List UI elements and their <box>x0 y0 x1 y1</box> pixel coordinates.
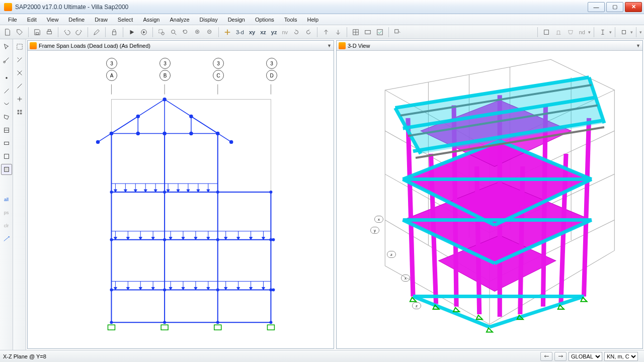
svg-point-24 <box>6 77 8 79</box>
zoom-out-icon[interactable] <box>204 27 215 38</box>
svg-point-123 <box>216 238 219 241</box>
save-icon[interactable] <box>32 27 43 38</box>
ps-tool-icon[interactable]: ps <box>1 207 12 218</box>
svg-rect-39 <box>20 113 22 115</box>
coord-system-select[interactable]: GLOBAL <box>569 352 602 361</box>
draw-cable-icon[interactable] <box>1 99 12 110</box>
prev-view-button[interactable]: 🡐 <box>540 352 552 361</box>
all-label-icon[interactable]: all <box>1 194 12 205</box>
animation-icon[interactable] <box>138 27 149 38</box>
left-pane-header[interactable]: Frame Span Loads (Dead Load) (As Defined… <box>28 41 334 51</box>
zoom-extents-icon[interactable] <box>168 27 179 38</box>
left-pane-body[interactable]: 3 3 3 3 A B C D <box>28 51 334 348</box>
svg-line-35 <box>17 84 22 88</box>
tag-icon[interactable] <box>14 27 25 38</box>
options-dropdown-icon[interactable] <box>392 27 403 38</box>
draw-section-icon[interactable] <box>1 151 12 162</box>
svg-point-128 <box>216 288 219 291</box>
zoom-previous-icon[interactable] <box>180 27 191 38</box>
perspective-icon[interactable] <box>565 27 576 38</box>
svg-rect-38 <box>17 113 19 115</box>
svg-rect-19 <box>377 29 383 35</box>
menu-tools[interactable]: Tools <box>279 15 302 24</box>
rotate-ccw-icon[interactable] <box>291 27 302 38</box>
menu-assign[interactable]: Assign <box>138 15 165 24</box>
zoom-in-icon[interactable] <box>192 27 203 38</box>
svg-point-119 <box>216 191 219 194</box>
clr-tool-icon[interactable]: clr <box>1 220 12 231</box>
elevation-icon[interactable] <box>553 27 564 38</box>
run-icon[interactable] <box>126 27 137 38</box>
rectangle-view-icon[interactable] <box>541 27 552 38</box>
select-line-icon[interactable] <box>14 54 25 65</box>
redo-icon[interactable] <box>73 27 85 38</box>
section-up-icon[interactable] <box>320 27 332 38</box>
check-model-icon[interactable] <box>374 27 385 38</box>
svg-rect-2 <box>48 29 50 31</box>
minimize-button[interactable]: — <box>588 2 605 12</box>
svg-line-137 <box>477 166 479 314</box>
pointer-icon[interactable] <box>1 41 12 52</box>
print-icon[interactable] <box>44 27 55 38</box>
model-3d-diagram <box>337 51 642 348</box>
ibeam-tool-icon[interactable] <box>597 27 608 38</box>
draw-quick-icon[interactable] <box>1 164 12 175</box>
menu-options[interactable]: Options <box>250 15 279 24</box>
view-3d-button[interactable]: 3-d <box>234 29 246 35</box>
select-grid-icon[interactable] <box>14 107 25 118</box>
svg-point-121 <box>110 238 113 241</box>
menu-analyze[interactable]: Analyze <box>165 15 194 24</box>
select-window-icon[interactable] <box>14 41 25 52</box>
menu-edit[interactable]: Edit <box>22 15 42 24</box>
close-button[interactable]: ✕ <box>625 2 642 12</box>
undo-icon[interactable] <box>61 27 72 38</box>
chevron-down-icon[interactable]: ▼ <box>327 43 332 48</box>
menu-define[interactable]: Define <box>63 15 90 24</box>
zoom-window-icon[interactable] <box>156 27 167 38</box>
show-grid-icon[interactable] <box>350 27 361 38</box>
select-intersect-icon[interactable] <box>14 94 25 105</box>
chevron-down-icon[interactable]: ▼ <box>636 43 640 48</box>
view-yz-button[interactable]: yz <box>269 29 279 35</box>
menu-help[interactable]: Help <box>302 15 324 24</box>
svg-rect-32 <box>17 44 22 50</box>
draw-frame-icon[interactable] <box>1 85 12 97</box>
view-xy-button[interactable]: xy <box>247 29 257 35</box>
menu-select[interactable]: Select <box>113 15 138 24</box>
show-labels-icon[interactable] <box>362 27 373 38</box>
view-xz-button[interactable]: xz <box>258 29 268 35</box>
rotate-cw-icon[interactable] <box>303 27 314 38</box>
menu-design[interactable]: Design <box>223 15 250 24</box>
pan-icon[interactable] <box>222 27 233 38</box>
menu-draw[interactable]: Draw <box>90 15 113 24</box>
draw-area-icon[interactable] <box>1 112 12 123</box>
units-select[interactable]: KN, m, C <box>604 352 638 361</box>
maximize-button[interactable]: ▢ <box>606 2 623 12</box>
select-cross-icon[interactable] <box>14 67 25 78</box>
svg-rect-3 <box>113 32 116 35</box>
new-file-icon[interactable] <box>2 27 13 38</box>
pencil-icon[interactable] <box>91 27 102 38</box>
dimension-icon[interactable] <box>1 233 12 244</box>
reshape-icon[interactable] <box>1 54 12 65</box>
section-tool-icon[interactable] <box>618 27 629 38</box>
menu-file[interactable]: File <box>3 15 22 24</box>
svg-point-117 <box>110 191 113 194</box>
next-view-button[interactable]: 🡒 <box>554 352 567 361</box>
svg-rect-21 <box>544 30 548 34</box>
draw-poly-icon[interactable] <box>1 125 12 136</box>
svg-rect-36 <box>17 110 19 112</box>
svg-rect-18 <box>365 30 371 34</box>
view-nv-button[interactable]: nv <box>280 29 290 35</box>
draw-rect-icon[interactable] <box>1 138 12 149</box>
select-cut-icon[interactable] <box>14 80 25 92</box>
show-nd-button[interactable]: nd <box>577 29 587 35</box>
right-pane-body[interactable]: x y z x z <box>337 51 642 348</box>
lock-icon[interactable] <box>109 27 120 38</box>
section-down-icon[interactable] <box>333 27 344 38</box>
svg-point-58 <box>163 98 166 101</box>
right-pane-header[interactable]: 3-D View ▼ <box>337 41 642 51</box>
menu-view[interactable]: View <box>42 15 64 24</box>
draw-point-icon[interactable] <box>1 72 12 83</box>
menu-display[interactable]: Display <box>195 15 223 24</box>
